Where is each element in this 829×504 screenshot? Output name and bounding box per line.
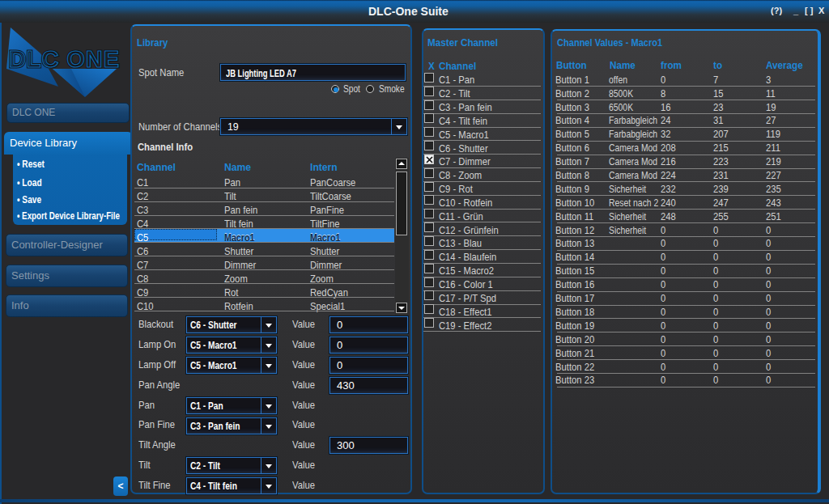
svg-text:DLC ONE: DLC ONE: [9, 46, 119, 72]
